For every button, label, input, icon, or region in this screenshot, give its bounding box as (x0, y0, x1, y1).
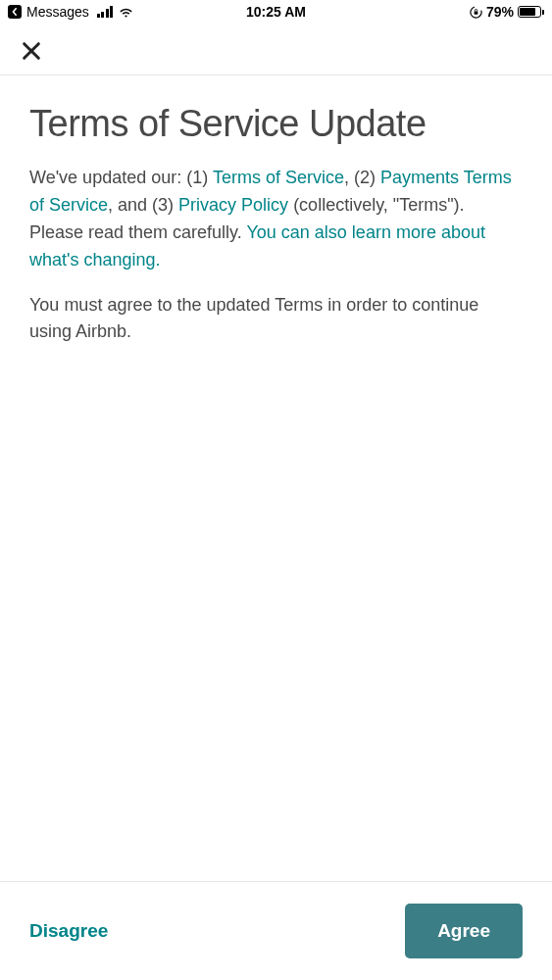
close-button[interactable] (20, 39, 43, 63)
privacy-policy-link[interactable]: Privacy Policy (178, 195, 288, 215)
terms-of-service-link[interactable]: Terms of Service (213, 168, 344, 187)
back-to-app-icon[interactable] (8, 5, 22, 19)
page-title: Terms of Service Update (29, 103, 523, 145)
text-segment: We've updated our: (1) (29, 168, 213, 187)
status-left: Messages (8, 4, 134, 20)
text-segment: , (2) (344, 168, 380, 187)
wifi-icon (118, 6, 134, 19)
status-app-name[interactable]: Messages (26, 4, 89, 20)
status-bar: Messages 10:25 AM 79% (0, 0, 552, 24)
agreement-paragraph: You must agree to the updated Terms in o… (29, 292, 523, 347)
battery-icon (518, 6, 544, 18)
orientation-lock-icon (470, 6, 482, 19)
close-icon (21, 40, 42, 62)
intro-paragraph: We've updated our: (1) Terms of Service,… (29, 165, 523, 274)
battery-percent: 79% (486, 4, 514, 20)
footer-bar: Disagree Agree (0, 881, 552, 980)
disagree-button[interactable]: Disagree (29, 920, 108, 942)
svg-rect-1 (475, 11, 478, 14)
text-segment: , and (3) (108, 195, 178, 215)
nav-bar (0, 24, 552, 75)
agree-button[interactable]: Agree (405, 904, 523, 958)
status-right: 79% (470, 4, 544, 20)
content-area: Terms of Service Update We've updated ou… (0, 75, 552, 881)
cellular-signal-icon (97, 6, 114, 18)
status-time: 10:25 AM (246, 4, 306, 20)
